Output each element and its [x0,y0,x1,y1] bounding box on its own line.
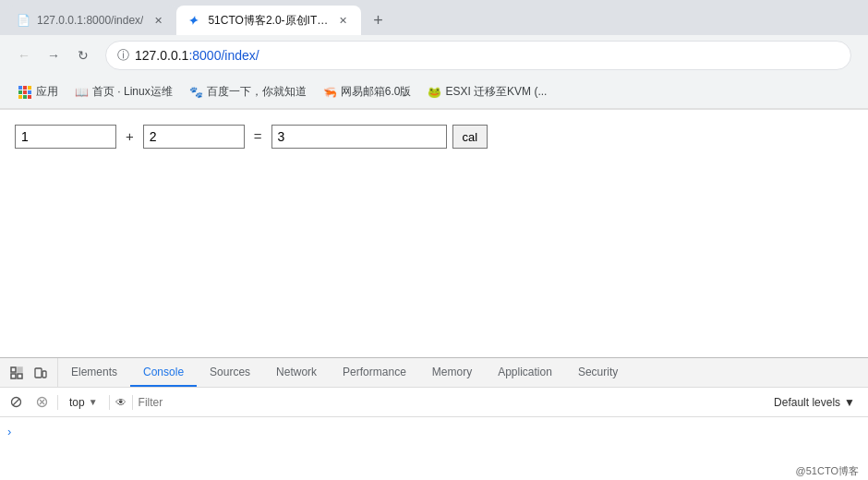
console-content: › [0,417,868,456]
svg-rect-6 [18,95,22,99]
bookmark-linux[interactable]: 📖 首页 · Linux运维 [67,80,180,103]
bookmarks-bar: 应用 📖 首页 · Linux运维 🐾 百度一下，你就知道 🦐 网易邮箱6.0版… [0,76,868,109]
eye-icon: 👁 [115,396,127,409]
devtools-side-icons [0,358,58,387]
calc-operator: + [122,125,138,149]
address-host: 127.0.0.1 [135,48,188,63]
console-toolbar: top ▼ 👁 Default levels ▼ [0,388,868,417]
tab-memory[interactable]: Memory [419,358,485,387]
footer-text: @51CTO博客 [796,465,859,476]
levels-dropdown-icon: ▼ [844,396,855,409]
calc-result[interactable] [271,125,447,149]
context-dropdown-icon: ▼ [89,397,98,407]
bookmark-163mail[interactable]: 🦐 网易邮箱6.0版 [316,80,419,103]
devtools-tabs: Elements Console Sources Network Perform… [58,358,868,387]
inspect-element-button[interactable] [6,362,28,384]
bookmark-esxi[interactable]: 🐸 ESXI 迁移至KVM (... [420,80,554,103]
tab-1-title: 127.0.0.1:8000/index/ [37,14,143,27]
svg-rect-8 [28,95,31,99]
page-content: + = cal [0,110,868,294]
context-value: top [69,396,85,409]
svg-rect-2 [28,86,31,90]
svg-rect-4 [23,90,27,94]
separator-2 [109,395,110,410]
address-port-path: :8000/index/ [188,48,259,63]
bookmark-baidu-label: 百度一下，你就知道 [207,84,307,100]
forward-button[interactable]: → [41,42,66,68]
tab-console[interactable]: Console [130,358,197,387]
address-text: 127.0.0.1:8000/index/ [135,48,259,63]
filter-input[interactable] [139,396,761,409]
levels-label: Default levels [774,396,840,409]
svg-rect-5 [28,90,31,94]
bookmark-163mail-label: 网易邮箱6.0版 [341,84,412,100]
bookmark-baidu[interactable]: 🐾 百度一下，你就知道 [182,80,314,103]
levels-dropdown[interactable]: Default levels ▼ [766,394,862,411]
svg-rect-0 [18,86,22,90]
svg-rect-7 [23,95,27,99]
filter-separator [132,395,133,410]
svg-rect-14 [42,371,46,378]
console-arrow-icon: › [7,425,11,438]
reload-button[interactable]: ↻ [70,42,96,68]
tab-2-close[interactable]: ✕ [335,13,350,28]
apps-icon [18,86,31,99]
devtools-panel: Elements Console Sources Network Perform… [0,357,868,480]
svg-rect-13 [35,368,42,378]
stop-recording-button[interactable] [31,392,52,413]
context-selector[interactable]: top ▼ [64,394,103,411]
tab-network[interactable]: Network [263,358,330,387]
nav-bar: ← → ↻ ⓘ 127.0.0.1:8000/index/ [0,35,868,76]
filter-wrapper: 👁 [115,395,761,410]
info-icon: ⓘ [117,47,129,64]
bookmark-linux-label: 首页 · Linux运维 [92,84,173,100]
tab-2-title: 51CTO博客2.0-原创IT技术文章 [208,13,328,29]
tab-bar: 📄 127.0.0.1:8000/index/ ✕ ✦ 51CTO博客2.0-原… [0,0,868,35]
tab-elements[interactable]: Elements [58,358,130,387]
svg-rect-10 [18,367,22,372]
svg-rect-1 [23,86,27,90]
bookmark-apps-label: 应用 [36,84,58,100]
address-bar[interactable]: ⓘ 127.0.0.1:8000/index/ [105,41,851,70]
calc-equals: = [250,125,266,149]
tab-sources[interactable]: Sources [197,358,263,387]
device-toolbar-button[interactable] [30,362,52,384]
new-tab-button[interactable]: + [365,7,391,33]
console-prompt: › [7,425,861,438]
book-icon: 📖 [75,86,88,99]
svg-rect-12 [18,374,22,378]
clear-console-button[interactable] [6,392,26,413]
frog-icon: 🐸 [428,86,440,99]
tab-security[interactable]: Security [565,358,631,387]
tab-2-icon: ✦ [187,14,200,27]
svg-rect-11 [11,374,16,378]
baidu-icon: 🐾 [189,86,202,99]
svg-rect-9 [11,367,16,372]
svg-line-16 [13,399,19,405]
svg-rect-3 [18,90,22,94]
back-button[interactable]: ← [11,42,37,68]
separator-1 [57,395,58,410]
tab-application[interactable]: Application [485,358,565,387]
tab-1[interactable]: 📄 127.0.0.1:8000/index/ ✕ [6,6,176,35]
devtools-toolbar: Elements Console Sources Network Perform… [0,358,868,388]
tab-1-close[interactable]: ✕ [151,13,165,28]
calc-input-1[interactable] [15,125,116,149]
calc-input-2[interactable] [143,125,245,149]
calc-button[interactable]: cal [452,125,488,149]
tab-2[interactable]: ✦ 51CTO博客2.0-原创IT技术文章 ✕ [176,6,361,35]
bookmark-apps[interactable]: 应用 [11,80,66,103]
tab-1-icon: 📄 [17,14,30,27]
mail-icon: 🦐 [323,86,336,99]
devtools-footer: @51CTO博客 [796,464,859,478]
bookmark-esxi-label: ESXI 迁移至KVM (... [445,84,547,100]
tab-performance[interactable]: Performance [330,358,419,387]
